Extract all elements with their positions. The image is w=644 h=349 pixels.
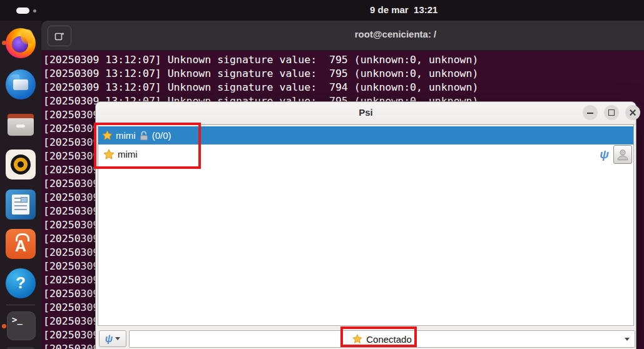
psi-logo-icon: ψ bbox=[105, 334, 113, 344]
psi-menu-button[interactable]: ψ bbox=[99, 330, 126, 347]
avatar-icon bbox=[616, 148, 630, 161]
libreoffice-writer-icon bbox=[6, 190, 36, 220]
thunderbird-icon bbox=[6, 69, 36, 99]
window-title: Psi bbox=[96, 107, 636, 118]
help-icon bbox=[6, 268, 36, 298]
terminal-log-line: [20250309 13:12:07] Unknown signature va… bbox=[41, 81, 644, 94]
top-bar: 9 de mar 13:21 bbox=[0, 0, 644, 21]
workspace-pill-indicator bbox=[16, 8, 29, 14]
chevron-down-icon bbox=[625, 338, 630, 341]
chevron-down-icon bbox=[115, 337, 120, 340]
close-button[interactable] bbox=[625, 105, 640, 120]
avatar-button[interactable] bbox=[613, 145, 632, 164]
new-tab-button[interactable] bbox=[48, 26, 71, 46]
annotation-box-roster bbox=[94, 123, 201, 169]
terminal-log-line: [20250309 13:12:07] Unknown signature va… bbox=[41, 67, 644, 81]
ubuntu-software-icon bbox=[6, 229, 36, 259]
new-tab-icon bbox=[54, 31, 64, 41]
rhythmbox-icon bbox=[6, 149, 36, 180]
dock-item-ubuntu-software[interactable] bbox=[0, 229, 41, 259]
firefox-icon bbox=[6, 28, 36, 58]
running-indicator bbox=[2, 324, 6, 328]
psi-client-icon: ψ bbox=[600, 148, 609, 160]
minimize-icon bbox=[587, 113, 593, 114]
dock-item-rhythmbox[interactable] bbox=[0, 149, 41, 180]
annotation-box-status bbox=[340, 326, 417, 347]
dock-item-firefox[interactable] bbox=[0, 28, 41, 58]
maximize-icon bbox=[608, 109, 615, 116]
workspace-dot-indicator bbox=[33, 9, 36, 13]
dock-item-terminal[interactable] bbox=[0, 311, 41, 341]
dock bbox=[0, 21, 41, 349]
terminal-icon bbox=[7, 311, 36, 340]
files-icon bbox=[6, 110, 36, 140]
maximize-button[interactable] bbox=[604, 105, 619, 120]
dock-item-thunderbird[interactable] bbox=[0, 69, 41, 99]
dock-item-files[interactable] bbox=[0, 110, 41, 140]
clock[interactable]: 9 de mar 13:21 bbox=[370, 4, 437, 15]
dock-divider bbox=[6, 305, 35, 305]
psi-titlebar[interactable]: Psi bbox=[96, 102, 636, 124]
dock-item-libreoffice-writer[interactable] bbox=[0, 190, 41, 220]
terminal-log-line: [20250309 13:12:07] Unknown signature va… bbox=[41, 53, 644, 67]
minimize-button[interactable] bbox=[583, 105, 598, 120]
terminal-header: root@cenicienta: / bbox=[41, 21, 644, 51]
dock-item-help[interactable] bbox=[0, 268, 41, 298]
